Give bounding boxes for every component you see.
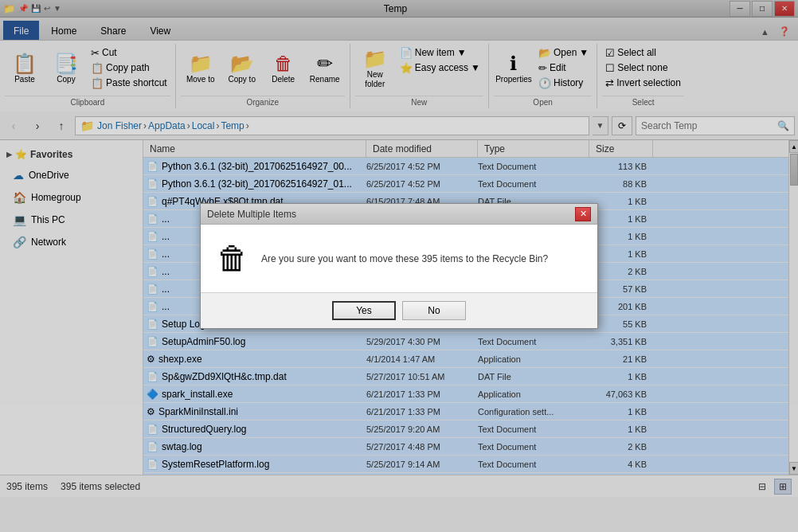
dialog-title: Delete Multiple Items: [207, 209, 296, 220]
dialog-footer: Yes No: [201, 292, 597, 328]
dialog-titlebar: Delete Multiple Items ✕: [201, 204, 597, 225]
no-button[interactable]: No: [402, 301, 466, 320]
dialog-message: Are you sure you want to move these 395 …: [261, 252, 548, 266]
dialog-icon: 🗑: [217, 241, 248, 276]
dialog-overlay: Delete Multiple Items ✕ 🗑 Are you sure y…: [0, 0, 798, 532]
delete-dialog: Delete Multiple Items ✕ 🗑 Are you sure y…: [200, 203, 598, 329]
dialog-body: 🗑 Are you sure you want to move these 39…: [201, 225, 597, 292]
dialog-close-button[interactable]: ✕: [575, 207, 591, 221]
yes-button[interactable]: Yes: [332, 301, 396, 320]
